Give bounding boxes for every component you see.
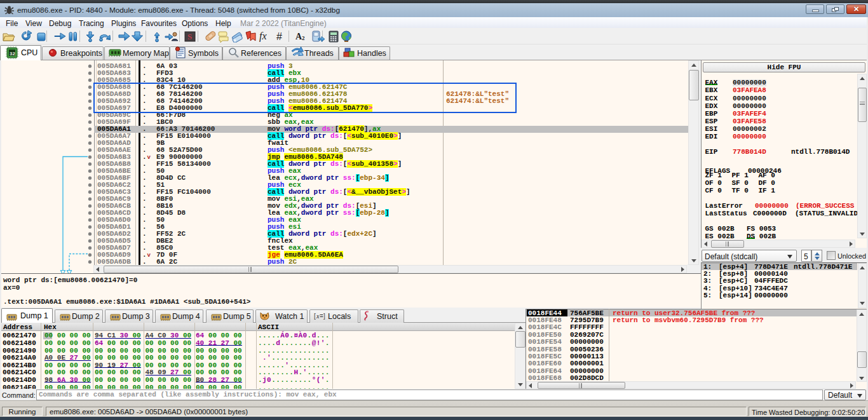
svg-text:S: S (187, 32, 192, 41)
svg-text:#: # (276, 31, 282, 42)
svg-text:2: 2 (302, 35, 305, 41)
svg-text:fx: fx (259, 30, 267, 42)
